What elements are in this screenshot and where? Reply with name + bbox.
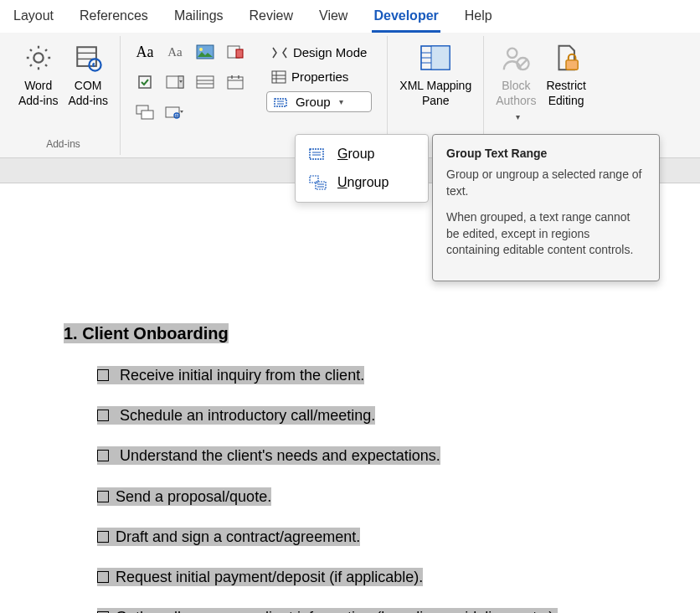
svg-rect-23	[272, 71, 286, 83]
tab-view[interactable]: View	[317, 5, 349, 33]
block-authors-button: Block Authors ▾	[492, 39, 539, 124]
list-item[interactable]: Receive initial inquiry from the client.	[97, 366, 364, 384]
rich-text-control-icon[interactable]: Aa	[132, 43, 157, 61]
list-item[interactable]: Gather all necessary client information …	[97, 608, 558, 613]
svg-line-37	[518, 59, 528, 68]
checkbox-icon[interactable]	[97, 531, 109, 543]
group-icon	[309, 147, 327, 162]
checkbox-icon[interactable]	[97, 410, 109, 421]
svg-point-6	[199, 48, 203, 51]
group-controls-icons: Aa Aa	[121, 36, 251, 155]
group-label-addins: Add-ins	[46, 138, 80, 153]
svg-rect-39	[310, 149, 323, 159]
list-item[interactable]: Schedule an introductory call/meeting.	[97, 406, 375, 425]
svg-point-35	[507, 49, 517, 58]
restrict-editing-button[interactable]: Restrict Editing	[543, 39, 589, 110]
design-mode-icon	[271, 46, 288, 59]
chevron-down-icon: ▾	[339, 97, 343, 106]
plain-text-control-icon[interactable]: Aa	[162, 43, 188, 61]
tooltip-group-text-range: Group Text Range Group or ungroup a sele…	[432, 134, 660, 281]
svg-point-4	[90, 59, 101, 70]
repeating-section-control-icon[interactable]	[132, 103, 157, 121]
doc-heading[interactable]: 1. Client Onboarding	[64, 323, 229, 343]
tab-mailings[interactable]: Mailings	[172, 5, 225, 33]
checkbox-icon[interactable]	[97, 369, 109, 381]
tab-developer[interactable]: Developer	[372, 5, 440, 33]
xml-mapping-icon	[419, 41, 452, 75]
combo-box-control-icon[interactable]	[162, 73, 188, 91]
dropdown-list-control-icon[interactable]	[193, 73, 218, 91]
building-block-control-icon[interactable]	[223, 43, 248, 61]
tooltip-text: Group or ungroup a selected range of tex…	[446, 167, 646, 199]
com-addins-button[interactable]: COM Add-ins	[64, 39, 111, 110]
svg-rect-20	[142, 111, 153, 119]
ungroup-icon	[309, 175, 327, 190]
block-authors-icon	[499, 41, 533, 75]
svg-rect-15	[228, 77, 243, 89]
legacy-tools-icon[interactable]	[162, 103, 188, 121]
picture-control-icon[interactable]	[193, 43, 218, 61]
date-picker-control-icon[interactable]	[223, 73, 248, 91]
list-item[interactable]: Send a proposal/quote.	[97, 487, 271, 506]
svg-point-0	[33, 53, 43, 62]
svg-rect-31	[431, 46, 450, 70]
design-mode-button[interactable]: Design Mode	[266, 43, 372, 62]
tooltip-title: Group Text Range	[446, 147, 646, 160]
properties-button[interactable]: Properties	[266, 67, 372, 86]
group-dropdown-button[interactable]: Group ▾	[266, 91, 372, 112]
ribbon-tabs: Layout References Mailings Review View D…	[0, 0, 700, 33]
list-item[interactable]: Draft and sign a contract/agreement.	[97, 528, 360, 546]
list-item[interactable]: Request initial payment/deposit (if appl…	[97, 568, 423, 586]
group-addins: Word Add-ins COM Add-ins Add-ins	[7, 36, 121, 155]
properties-icon	[271, 70, 286, 84]
group-dropdown-menu: Group Ungroup	[295, 134, 429, 203]
svg-rect-38	[566, 60, 578, 70]
svg-rect-8	[236, 49, 243, 58]
checkbox-icon[interactable]	[97, 450, 109, 461]
svg-rect-12	[197, 76, 214, 88]
menu-item-ungroup[interactable]: Ungroup	[299, 168, 425, 197]
tab-help[interactable]: Help	[463, 5, 494, 33]
svg-rect-27	[275, 99, 286, 106]
list-item[interactable]: Understand the client's needs and expect…	[97, 446, 440, 465]
chevron-down-icon: ▾	[516, 111, 520, 122]
group-icon	[274, 95, 291, 109]
checkbox-icon[interactable]	[97, 571, 109, 583]
xml-mapping-pane-button[interactable]: XML Mapping Pane	[396, 39, 475, 110]
tab-review[interactable]: Review	[248, 5, 295, 33]
com-addins-icon	[71, 41, 105, 75]
word-addins-button[interactable]: Word Add-ins	[15, 39, 61, 110]
tooltip-text: When grouped, a text range cannot be edi…	[446, 209, 646, 259]
menu-item-group[interactable]: Group	[299, 140, 425, 168]
checkbox-control-icon[interactable]	[132, 73, 157, 91]
gear-icon	[22, 41, 55, 75]
restrict-editing-icon	[549, 41, 583, 75]
checkbox-icon[interactable]	[97, 491, 109, 502]
tab-references[interactable]: References	[78, 5, 150, 33]
tab-layout[interactable]: Layout	[12, 5, 55, 33]
svg-rect-9	[139, 76, 151, 88]
